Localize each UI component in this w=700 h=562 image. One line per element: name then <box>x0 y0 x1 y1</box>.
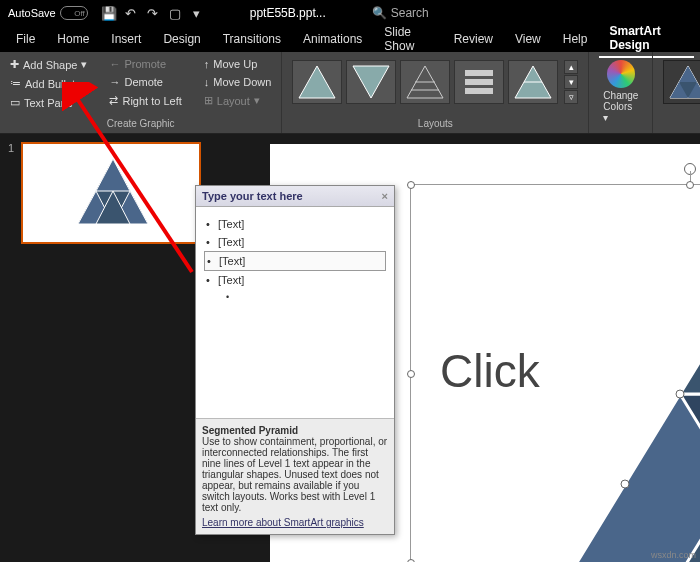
add-bullet-icon: ≔ <box>10 77 21 90</box>
add-shape-icon: ✚ <box>10 58 19 71</box>
resize-handle-tm[interactable] <box>686 181 694 189</box>
layouts-scroll-down[interactable]: ▾ <box>564 75 578 89</box>
text-pane-body[interactable]: [Text] [Text] [Text] [Text] <box>196 207 394 418</box>
layouts-scroll: ▴ ▾ ▿ <box>564 60 578 104</box>
autosave-toggle[interactable]: AutoSave Off <box>8 6 88 20</box>
svg-marker-28 <box>680 304 700 394</box>
title-bar: AutoSave Off 💾 ↶ ↷ ▢ ▾ pptE55B.ppt... 🔍 … <box>0 0 700 26</box>
text-pane-label: Text Pane <box>24 97 73 109</box>
create-graphic-group-label: Create Graphic <box>6 116 275 129</box>
svg-marker-11 <box>679 66 697 82</box>
qat-dropdown-icon[interactable]: ▾ <box>190 6 204 20</box>
resize-handle-ml[interactable] <box>407 370 415 378</box>
rtl-label: Right to Left <box>122 95 181 107</box>
group-change-colors: Change Colors ▾ <box>589 52 652 133</box>
tab-help[interactable]: Help <box>553 28 598 50</box>
layout-icon: ⊞ <box>204 94 213 107</box>
add-shape-button[interactable]: ✚Add Shape ▾ <box>6 56 91 73</box>
svg-point-34 <box>621 480 629 488</box>
move-down-icon: ↓ <box>204 76 210 88</box>
text-pane-popup[interactable]: Type your text here × [Text] [Text] [Tex… <box>195 185 395 535</box>
style-option-1[interactable] <box>663 60 700 104</box>
layout-option-5[interactable] <box>508 60 558 104</box>
undo-icon[interactable]: ↶ <box>124 6 138 20</box>
add-shape-label: Add Shape <box>23 59 77 71</box>
tab-review[interactable]: Review <box>444 28 503 50</box>
document-title: pptE55B.ppt... <box>250 6 326 20</box>
move-up-label: Move Up <box>213 58 257 70</box>
layout-option-2[interactable] <box>346 60 396 104</box>
layout-button[interactable]: ⊞Layout ▾ <box>200 92 276 109</box>
text-item-4[interactable]: [Text] <box>204 271 386 289</box>
search-placeholder: Search <box>391 6 429 20</box>
ribbon-tabs: File Home Insert Design Transitions Anim… <box>0 26 700 52</box>
svg-marker-0 <box>299 66 335 98</box>
group-styles <box>652 52 700 133</box>
demote-icon: → <box>109 76 120 88</box>
text-pane-title: Type your text here <box>202 190 303 202</box>
tab-insert[interactable]: Insert <box>101 28 151 50</box>
text-subitem[interactable] <box>204 289 386 307</box>
tab-animations[interactable]: Animations <box>293 28 372 50</box>
present-icon[interactable]: ▢ <box>168 6 182 20</box>
svg-rect-5 <box>465 70 493 76</box>
text-pane-button[interactable]: ▭Text Pane <box>6 94 91 111</box>
learn-more-link[interactable]: Learn more about SmartArt graphics <box>202 517 364 528</box>
search-box[interactable]: 🔍 Search <box>372 6 429 20</box>
svg-point-32 <box>676 390 684 398</box>
svg-rect-6 <box>465 79 493 85</box>
slide-thumbnail-panel: 1 <box>0 134 210 562</box>
smartart-pyramid[interactable] <box>550 204 700 562</box>
save-icon[interactable]: 💾 <box>102 6 116 20</box>
footer-title: Segmented Pyramid <box>202 425 298 436</box>
chevron-down-icon: ▾ <box>81 58 87 71</box>
move-up-button[interactable]: ↑Move Up <box>200 56 276 72</box>
group-layouts: ▴ ▾ ▿ Layouts <box>282 52 589 133</box>
rtl-icon: ⇄ <box>109 94 118 107</box>
move-down-button[interactable]: ↓Move Down <box>200 74 276 90</box>
tab-file[interactable]: File <box>6 28 45 50</box>
demote-button[interactable]: →Demote <box>105 74 185 90</box>
slide-thumbnail-1[interactable] <box>21 142 201 244</box>
redo-icon[interactable]: ↷ <box>146 6 160 20</box>
svg-marker-25 <box>570 394 700 562</box>
watermark: wsxdn.com <box>651 550 696 560</box>
layouts-more[interactable]: ▿ <box>564 90 578 104</box>
slide-number: 1 <box>8 142 14 154</box>
layout-option-4[interactable] <box>454 60 504 104</box>
text-pane-footer: Segmented Pyramid Use to show containmen… <box>196 418 394 534</box>
text-item-2[interactable]: [Text] <box>204 233 386 251</box>
resize-handle-tl[interactable] <box>407 181 415 189</box>
tab-transitions[interactable]: Transitions <box>213 28 291 50</box>
change-colors-button[interactable]: Change Colors ▾ <box>595 56 646 127</box>
text-item-3[interactable]: [Text] <box>204 251 386 271</box>
autosave-state: Off <box>60 6 88 20</box>
change-colors-label: Change Colors ▾ <box>603 90 638 123</box>
tab-home[interactable]: Home <box>47 28 99 50</box>
footer-description: Use to show containment, proportional, o… <box>202 436 387 513</box>
search-icon: 🔍 <box>372 6 387 20</box>
text-pane-header[interactable]: Type your text here × <box>196 186 394 207</box>
promote-button[interactable]: ←Promote <box>105 56 185 72</box>
close-icon[interactable]: × <box>382 190 388 202</box>
quick-access-toolbar: 💾 ↶ ↷ ▢ ▾ <box>102 6 204 20</box>
text-item-1[interactable]: [Text] <box>204 215 386 233</box>
right-to-left-button[interactable]: ⇄Right to Left <box>105 92 185 109</box>
layout-option-1[interactable] <box>292 60 342 104</box>
tab-design[interactable]: Design <box>153 28 210 50</box>
color-wheel-icon <box>607 60 635 88</box>
autosave-label: AutoSave <box>8 7 56 19</box>
layouts-scroll-up[interactable]: ▴ <box>564 60 578 74</box>
demote-label: Demote <box>124 76 163 88</box>
move-down-label: Move Down <box>213 76 271 88</box>
promote-label: Promote <box>124 58 166 70</box>
move-up-icon: ↑ <box>204 58 210 70</box>
chevron-down-icon: ▾ <box>254 94 260 107</box>
svg-marker-1 <box>353 66 389 98</box>
add-bullet-button[interactable]: ≔Add Bullet <box>6 75 91 92</box>
tab-view[interactable]: View <box>505 28 551 50</box>
text-pane-icon: ▭ <box>10 96 20 109</box>
ribbon: ✚Add Shape ▾ ≔Add Bullet ▭Text Pane ←Pro… <box>0 52 700 134</box>
promote-icon: ← <box>109 58 120 70</box>
layout-option-3[interactable] <box>400 60 450 104</box>
